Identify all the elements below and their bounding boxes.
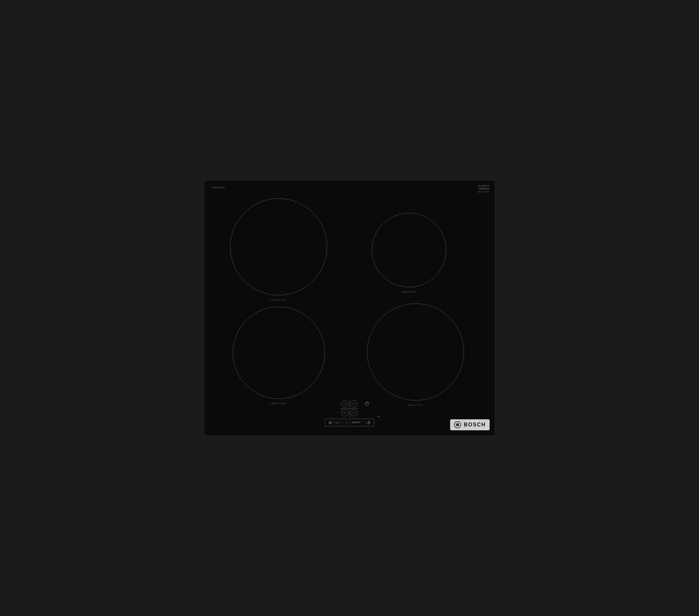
bosch-brand-text: BOSCH: [464, 422, 486, 428]
zone-circle-inner: [344, 412, 346, 414]
plus-button[interactable]: +: [346, 420, 351, 425]
burner-top-right: — INDUCTION —: [372, 213, 446, 287]
induction-label-top-right: — INDUCTION —: [398, 291, 420, 293]
power-button[interactable]: [327, 420, 334, 425]
induction-label-bottom-right: — INDUCTION —: [405, 404, 426, 406]
boost-button[interactable]: BOOST ⌃: [351, 420, 365, 425]
zone-circle-inner: [344, 402, 346, 405]
zone-bottom-left-btn[interactable]: [341, 409, 348, 416]
bosch-logo-circle: [454, 421, 461, 428]
bosch-logo-inner: [456, 423, 459, 426]
zone-top-right-btn[interactable]: [351, 400, 358, 407]
schott-ceran-text: SCHOTT CERAN®: [478, 184, 490, 190]
induction-label-bottom-left: — INDUCTION —: [268, 402, 290, 404]
zone-selector[interactable]: [341, 399, 358, 417]
model-label: PIE61R8BS: [211, 186, 225, 189]
burner-bottom-left: — INDUCTION —: [233, 307, 325, 399]
bosch-badge: BOSCH: [450, 419, 490, 430]
controls-area: ⏱ min C∞ − + BOOST ⌃: [325, 399, 374, 426]
zone-circle-inner: [353, 412, 355, 414]
zone-bottom-right-btn[interactable]: [351, 409, 358, 416]
serial-number: 9001475368: [477, 191, 490, 193]
min-label: min: [377, 415, 380, 417]
timer-button[interactable]: [365, 420, 372, 425]
schott-ceran-logo: SCHOTT CERAN® 9001475368: [477, 184, 490, 193]
control-bar: C∞ − + BOOST ⌃: [325, 419, 374, 426]
induction-label-top-left: — INDUCTION —: [268, 299, 290, 301]
burner-bottom-right: — INDUCTION —: [367, 304, 464, 401]
child-lock-button[interactable]: C∞: [334, 420, 341, 425]
zone-circle-inner: [353, 402, 355, 405]
burner-top-left: — INDUCTION —: [230, 198, 327, 295]
minus-button[interactable]: −: [341, 420, 346, 425]
zone-top-left-btn[interactable]: [341, 400, 348, 407]
timer-zone-icon: ⏱: [365, 401, 370, 407]
control-row: min C∞ − + BOOST ⌃: [325, 419, 374, 426]
cooktop-surface: PIE61R8BS SCHOTT CERAN® 9001475368 — IND…: [204, 180, 495, 436]
zone-grid: [341, 400, 358, 416]
